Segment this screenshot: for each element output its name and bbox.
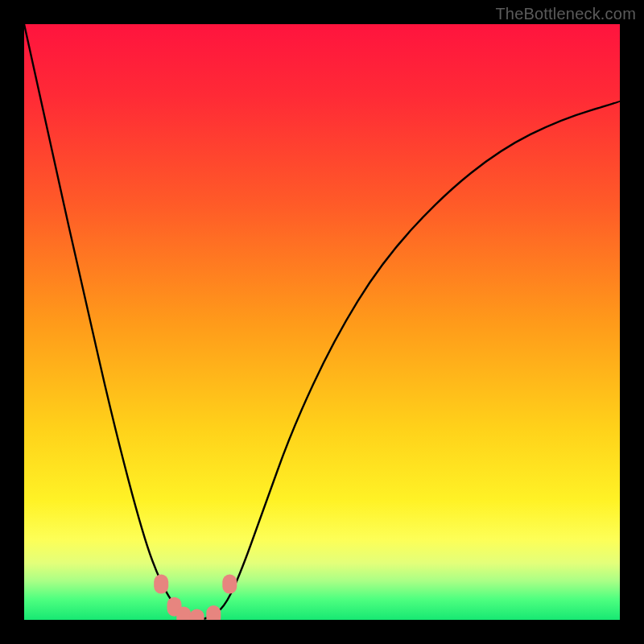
marker-point [206,605,221,620]
marker-point [154,575,168,594]
bottleneck-curve [24,24,620,619]
chart-frame: TheBottleneck.com [0,0,644,644]
curve-layer [24,24,620,620]
marker-point [222,575,237,594]
marker-point [190,609,204,621]
plot-area [24,24,620,620]
highlight-markers [154,575,237,620]
watermark-text: TheBottleneck.com [495,5,636,23]
